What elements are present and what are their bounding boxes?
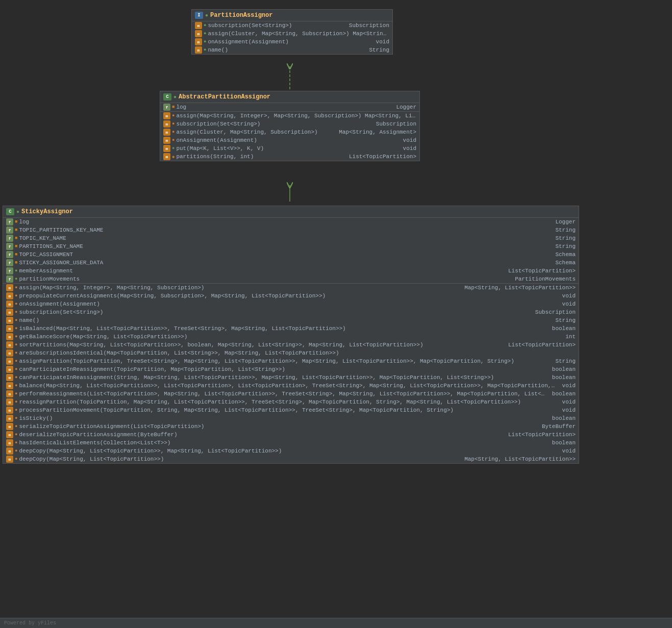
field-type: Schema bbox=[550, 260, 576, 266]
table-row[interactable]: m ● put(Map<K, List<V>>, K, V) void bbox=[160, 144, 419, 153]
method-return: void bbox=[557, 407, 576, 413]
method-name: isBalanced(Map<String, List<TopicPartiti… bbox=[19, 325, 545, 332]
sticky-fields: f ■ log Logger f ■ TOPIC_PARTITIONS_KEY_… bbox=[3, 218, 579, 284]
method-icon: m bbox=[6, 292, 13, 299]
method-icon: m bbox=[163, 137, 170, 144]
field-icon: f bbox=[6, 275, 13, 283]
table-row[interactable]: m ● assignPartition(TopicPartition, Tree… bbox=[3, 357, 579, 365]
sticky-methods: m ● assign(Map<String, Integer>, Map<Str… bbox=[3, 284, 579, 463]
table-row[interactable]: m ● subscription(Set<String>) Subscripti… bbox=[192, 21, 392, 30]
method-name: balance(Map<String, List<TopicPartition>… bbox=[19, 383, 555, 389]
method-name: assign(Map<String, Integer>, Map<String,… bbox=[19, 285, 458, 291]
table-row[interactable]: m ● isBalanced(Map<String, List<TopicPar… bbox=[3, 324, 579, 333]
table-row[interactable]: f ■ TOPIC_KEY_NAME String bbox=[3, 234, 579, 242]
field-name: memberAssignment bbox=[19, 268, 502, 274]
access-icon: ● bbox=[15, 334, 17, 339]
field-icon: f bbox=[6, 227, 13, 234]
table-row[interactable]: m ● areSubscriptionsIdentical(Map<TopicP… bbox=[3, 349, 579, 357]
method-name: name() bbox=[208, 47, 362, 53]
field-type: String bbox=[550, 227, 576, 233]
table-row[interactable]: m ● subscription(Set<String>) Subscripti… bbox=[160, 120, 419, 128]
method-name: prepopulateCurrentAssignments(Map<String… bbox=[19, 293, 555, 299]
table-row[interactable]: m ● name() String bbox=[192, 46, 392, 54]
table-row[interactable]: m ● assign(Map<String, Integer>, Map<Str… bbox=[160, 112, 419, 120]
method-icon: m bbox=[6, 456, 13, 463]
access-icon: ■ bbox=[15, 260, 17, 265]
method-icon: m bbox=[163, 112, 170, 119]
method-name: onAssignment(Assignment) bbox=[208, 39, 369, 45]
table-row[interactable]: m ● onAssignment(Assignment) void bbox=[3, 300, 579, 308]
sticky-assignor-box: C ● StickyAssignor f ■ log Logger f ■ TO… bbox=[3, 206, 579, 464]
method-name: subscription(Set<String>) bbox=[208, 22, 342, 29]
table-row[interactable]: m ● name() String bbox=[3, 316, 579, 324]
table-row[interactable]: m ● performReassignments(List<TopicParti… bbox=[3, 390, 579, 398]
table-row[interactable]: m ● onAssignment(Assignment) void bbox=[192, 38, 392, 46]
method-icon: m bbox=[163, 145, 170, 152]
method-return: String bbox=[550, 358, 576, 364]
access-dot: ● bbox=[16, 209, 19, 215]
table-row[interactable]: m ● serializeTopicPartitionAssignment(Li… bbox=[3, 422, 579, 431]
table-row[interactable]: m ● subscription(Set<String>) Subscripti… bbox=[3, 308, 579, 316]
access-icon: ● bbox=[15, 375, 17, 380]
table-row[interactable]: f ■ TOPIC_PARTITIONS_KEY_NAME String bbox=[3, 226, 579, 234]
method-return: void bbox=[557, 383, 576, 389]
partition-assignor-header: I ● PartitionAssignor bbox=[192, 10, 392, 21]
table-row[interactable]: f ● partitionMovements PartitionMovement… bbox=[3, 275, 579, 283]
access-icon: ● bbox=[15, 359, 17, 364]
method-name: assignPartition(TopicPartition, TreeSet<… bbox=[19, 358, 549, 364]
method-return: Map<String, List<TopicPartition>> bbox=[459, 456, 576, 462]
method-icon: m bbox=[163, 120, 170, 128]
table-row[interactable]: f ■ log Logger bbox=[160, 103, 419, 111]
method-icon: m bbox=[195, 46, 202, 54]
table-row[interactable]: f ■ TOPIC_ASSIGNMENT Schema bbox=[3, 250, 579, 259]
table-row[interactable]: m ● prepopulateCurrentAssignments(Map<St… bbox=[3, 292, 579, 300]
table-row[interactable]: f ■ log Logger bbox=[3, 218, 579, 226]
table-row[interactable]: m ● assign(Cluster, Map<String, Subscrip… bbox=[192, 30, 392, 38]
table-row[interactable]: m ● assign(Map<String, Integer>, Map<Str… bbox=[3, 284, 579, 292]
method-icon: m bbox=[6, 398, 13, 406]
sticky-title: StickyAssignor bbox=[21, 208, 73, 215]
table-row[interactable]: m ● deepCopy(Map<String, List<TopicParti… bbox=[3, 447, 579, 455]
method-icon: m bbox=[6, 300, 13, 308]
method-name: hasIdenticalListElements(Collection<List… bbox=[19, 440, 545, 446]
method-name: subscription(Set<String>) bbox=[19, 309, 528, 315]
class-badge: C bbox=[163, 93, 171, 101]
method-name: partitions(String, int) bbox=[176, 154, 342, 160]
method-icon: m bbox=[6, 309, 13, 316]
table-row[interactable]: m ● onAssignment(Assignment) void bbox=[160, 136, 419, 144]
access-icon: ● bbox=[15, 302, 17, 307]
table-row[interactable]: m ● assign(Cluster, Map<String, Subscrip… bbox=[160, 128, 419, 136]
method-icon: m bbox=[6, 366, 13, 373]
table-row[interactable]: m ● getBalanceScore(Map<String, List<Top… bbox=[3, 333, 579, 341]
method-return: void bbox=[398, 145, 416, 152]
table-row[interactable]: m ● sortPartitions(Map<String, List<Topi… bbox=[3, 341, 579, 349]
method-name: put(Map<K, List<V>>, K, V) bbox=[176, 145, 396, 152]
field-name: log bbox=[19, 219, 549, 225]
table-row[interactable]: m ● hasIdenticalListElements(Collection<… bbox=[3, 439, 579, 447]
method-return: boolean bbox=[547, 440, 576, 446]
table-row[interactable]: m ● isSticky() boolean bbox=[3, 414, 579, 422]
method-name: getBalanceScore(Map<String, List<TopicPa… bbox=[19, 334, 559, 340]
table-row[interactable]: m ● processPartitionMovement(TopicPartit… bbox=[3, 406, 579, 414]
access-icon: ● bbox=[204, 39, 206, 44]
method-icon: m bbox=[6, 439, 13, 446]
access-icon: ● bbox=[15, 310, 17, 315]
table-row[interactable]: m ● canParticipateInReassignment(TopicPa… bbox=[3, 365, 579, 373]
access-dot: ● bbox=[173, 94, 177, 100]
method-name: deepCopy(Map<String, List<TopicPartition… bbox=[19, 448, 555, 454]
table-row[interactable]: f ■ PARTITIONS_KEY_NAME String bbox=[3, 242, 579, 250]
abstract-partition-assignor-box: C ● AbstractPartitionAssignor f ■ log Lo… bbox=[160, 91, 420, 161]
table-row[interactable]: m ● balance(Map<String, List<TopicPartit… bbox=[3, 382, 579, 390]
table-row[interactable]: m ◆ partitions(String, int) List<TopicPa… bbox=[160, 153, 419, 161]
access-icon: ● bbox=[204, 31, 206, 36]
table-row[interactable]: m ● reassignPartition(TopicPartition, Ma… bbox=[3, 398, 579, 406]
table-row[interactable]: f ■ STICKY_ASSIGNOR_USER_DATA Schema bbox=[3, 259, 579, 267]
table-row[interactable]: m ● canParticipateInReassignment(String,… bbox=[3, 373, 579, 382]
field-icon: f bbox=[6, 267, 13, 274]
table-row[interactable]: m ● deserializeTopicPartitionAssignment(… bbox=[3, 431, 579, 439]
field-name: PARTITIONS_KEY_NAME bbox=[19, 243, 549, 249]
field-type: Logger bbox=[391, 104, 416, 110]
table-row[interactable]: m ● deepCopy(Map<String, List<TopicParti… bbox=[3, 455, 579, 463]
table-row[interactable]: f ● memberAssignment List<TopicPartition… bbox=[3, 267, 579, 275]
status-text: Powered by yFiles bbox=[4, 620, 56, 626]
